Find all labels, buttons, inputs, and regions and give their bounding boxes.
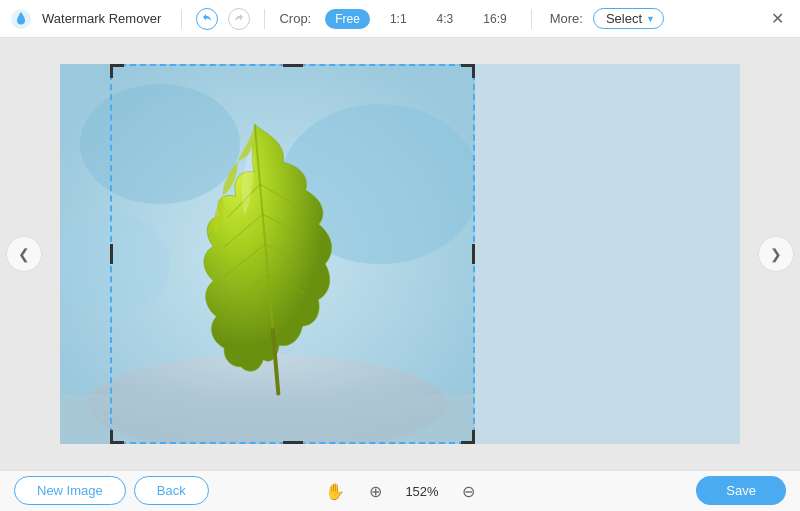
- next-arrow-button[interactable]: ❯: [758, 236, 794, 272]
- divider: [181, 9, 182, 29]
- right-chevron-icon: ❯: [770, 246, 782, 262]
- prev-arrow-button[interactable]: ❮: [6, 236, 42, 272]
- back-button[interactable]: Back: [134, 476, 209, 505]
- svg-rect-6: [60, 394, 475, 444]
- app-logo-icon: [10, 8, 32, 30]
- image-container: [60, 64, 740, 444]
- more-label: More:: [550, 11, 583, 26]
- crop-4-3-button[interactable]: 4:3: [427, 9, 464, 29]
- redo-button[interactable]: [228, 8, 250, 30]
- leaf-svg: [60, 64, 475, 444]
- close-button[interactable]: ✕: [764, 6, 790, 32]
- divider3: [531, 9, 532, 29]
- left-chevron-icon: ❮: [18, 246, 30, 262]
- app-title: Watermark Remover: [42, 11, 161, 26]
- right-panel: [475, 64, 740, 444]
- leaf-image: [60, 64, 475, 444]
- chevron-down-icon: ▼: [646, 14, 655, 24]
- divider2: [264, 9, 265, 29]
- crop-16-9-button[interactable]: 16:9: [473, 9, 516, 29]
- crop-free-button[interactable]: Free: [325, 9, 370, 29]
- canvas-area: ❮: [0, 38, 800, 470]
- select-dropdown[interactable]: Select ▼: [593, 8, 664, 29]
- svg-point-2: [80, 84, 240, 204]
- crop-label: Crop:: [279, 11, 311, 26]
- crop-1-1-button[interactable]: 1:1: [380, 9, 417, 29]
- select-label: Select: [606, 11, 642, 26]
- footer: New Image Back Save: [0, 470, 800, 511]
- save-button[interactable]: Save: [696, 476, 786, 505]
- new-image-button[interactable]: New Image: [14, 476, 126, 505]
- title-bar: Watermark Remover Crop: Free 1:1 4:3 16:…: [0, 0, 800, 38]
- undo-button[interactable]: [196, 8, 218, 30]
